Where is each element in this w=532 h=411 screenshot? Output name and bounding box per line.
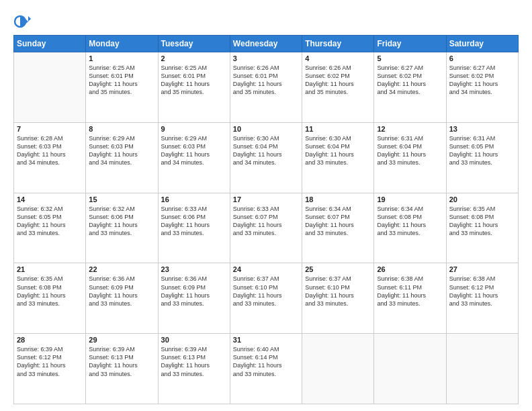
cell-info: Sunrise: 6:38 AM Sunset: 6:12 PM Dayligh… (449, 275, 515, 308)
calendar-cell: 9Sunrise: 6:29 AM Sunset: 6:03 PM Daylig… (158, 122, 230, 193)
calendar-cell: 29Sunrise: 6:39 AM Sunset: 6:13 PM Dayli… (86, 334, 158, 404)
cell-info: Sunrise: 6:39 AM Sunset: 6:13 PM Dayligh… (89, 345, 154, 378)
calendar-cell: 14Sunrise: 6:32 AM Sunset: 6:05 PM Dayli… (14, 193, 86, 263)
calendar-week-row: 21Sunrise: 6:35 AM Sunset: 6:08 PM Dayli… (14, 263, 519, 334)
cell-info: Sunrise: 6:33 AM Sunset: 6:06 PM Dayligh… (161, 205, 227, 238)
day-number: 5 (377, 54, 443, 62)
cell-info: Sunrise: 6:26 AM Sunset: 6:01 PM Dayligh… (233, 64, 299, 97)
calendar-table: SundayMondayTuesdayWednesdayThursdayFrid… (13, 35, 519, 404)
calendar-cell: 27Sunrise: 6:38 AM Sunset: 6:12 PM Dayli… (446, 263, 518, 334)
day-number: 29 (89, 336, 154, 344)
cell-info: Sunrise: 6:35 AM Sunset: 6:08 PM Dayligh… (17, 275, 83, 308)
day-number: 1 (89, 54, 154, 62)
calendar-cell: 7Sunrise: 6:28 AM Sunset: 6:03 PM Daylig… (14, 122, 86, 193)
calendar-cell: 31Sunrise: 6:40 AM Sunset: 6:14 PM Dayli… (230, 334, 302, 404)
day-number: 10 (233, 125, 299, 133)
calendar-cell (446, 334, 518, 404)
calendar-cell: 17Sunrise: 6:33 AM Sunset: 6:07 PM Dayli… (230, 193, 302, 263)
calendar-cell: 26Sunrise: 6:38 AM Sunset: 6:11 PM Dayli… (374, 263, 446, 334)
day-number: 15 (89, 195, 154, 203)
day-number: 25 (305, 265, 371, 273)
calendar-cell: 21Sunrise: 6:35 AM Sunset: 6:08 PM Dayli… (14, 263, 86, 334)
day-number: 21 (17, 265, 83, 273)
calendar-day-header: Tuesday (158, 36, 230, 52)
cell-info: Sunrise: 6:34 AM Sunset: 6:07 PM Dayligh… (305, 205, 371, 238)
day-number: 8 (89, 125, 154, 133)
cell-info: Sunrise: 6:29 AM Sunset: 6:03 PM Dayligh… (161, 134, 227, 167)
cell-info: Sunrise: 6:25 AM Sunset: 6:01 PM Dayligh… (161, 64, 227, 97)
cell-info: Sunrise: 6:30 AM Sunset: 6:04 PM Dayligh… (233, 134, 299, 167)
calendar-cell: 13Sunrise: 6:31 AM Sunset: 6:05 PM Dayli… (446, 122, 518, 193)
day-number: 7 (17, 125, 83, 133)
day-number: 4 (305, 54, 371, 62)
calendar-cell: 30Sunrise: 6:39 AM Sunset: 6:13 PM Dayli… (158, 334, 230, 404)
calendar-cell: 5Sunrise: 6:27 AM Sunset: 6:02 PM Daylig… (374, 52, 446, 123)
day-number: 2 (161, 54, 227, 62)
calendar-cell: 11Sunrise: 6:30 AM Sunset: 6:04 PM Dayli… (302, 122, 374, 193)
calendar-cell: 10Sunrise: 6:30 AM Sunset: 6:04 PM Dayli… (230, 122, 302, 193)
day-number: 13 (449, 125, 515, 133)
calendar-day-header: Friday (374, 36, 446, 52)
calendar-week-row: 14Sunrise: 6:32 AM Sunset: 6:05 PM Dayli… (14, 193, 519, 263)
logo-icon (13, 12, 32, 31)
calendar-cell: 6Sunrise: 6:27 AM Sunset: 6:02 PM Daylig… (446, 52, 518, 123)
cell-info: Sunrise: 6:31 AM Sunset: 6:04 PM Dayligh… (377, 134, 443, 167)
cell-info: Sunrise: 6:25 AM Sunset: 6:01 PM Dayligh… (89, 64, 154, 97)
cell-info: Sunrise: 6:33 AM Sunset: 6:07 PM Dayligh… (233, 205, 299, 238)
day-number: 22 (89, 265, 154, 273)
cell-info: Sunrise: 6:32 AM Sunset: 6:05 PM Dayligh… (17, 205, 83, 238)
cell-info: Sunrise: 6:40 AM Sunset: 6:14 PM Dayligh… (233, 345, 299, 378)
calendar-cell: 8Sunrise: 6:29 AM Sunset: 6:03 PM Daylig… (86, 122, 158, 193)
calendar-week-row: 7Sunrise: 6:28 AM Sunset: 6:03 PM Daylig… (14, 122, 519, 193)
cell-info: Sunrise: 6:31 AM Sunset: 6:05 PM Dayligh… (449, 134, 515, 167)
day-number: 3 (233, 54, 299, 62)
calendar-cell: 24Sunrise: 6:37 AM Sunset: 6:10 PM Dayli… (230, 263, 302, 334)
calendar-cell: 15Sunrise: 6:32 AM Sunset: 6:06 PM Dayli… (86, 193, 158, 263)
day-number: 12 (377, 125, 443, 133)
cell-info: Sunrise: 6:37 AM Sunset: 6:10 PM Dayligh… (305, 275, 371, 308)
calendar-cell: 2Sunrise: 6:25 AM Sunset: 6:01 PM Daylig… (158, 52, 230, 123)
calendar-day-header: Saturday (446, 36, 518, 52)
day-number: 9 (161, 125, 227, 133)
calendar-cell: 4Sunrise: 6:26 AM Sunset: 6:02 PM Daylig… (302, 52, 374, 123)
cell-info: Sunrise: 6:39 AM Sunset: 6:13 PM Dayligh… (161, 345, 227, 378)
cell-info: Sunrise: 6:29 AM Sunset: 6:03 PM Dayligh… (89, 134, 154, 167)
day-number: 16 (161, 195, 227, 203)
calendar-day-header: Thursday (302, 36, 374, 52)
cell-info: Sunrise: 6:30 AM Sunset: 6:04 PM Dayligh… (305, 134, 371, 167)
day-number: 20 (449, 195, 515, 203)
day-number: 18 (305, 195, 371, 203)
cell-info: Sunrise: 6:34 AM Sunset: 6:08 PM Dayligh… (377, 205, 443, 238)
calendar-week-row: 28Sunrise: 6:39 AM Sunset: 6:12 PM Dayli… (14, 334, 519, 404)
cell-info: Sunrise: 6:27 AM Sunset: 6:02 PM Dayligh… (377, 64, 443, 97)
cell-info: Sunrise: 6:32 AM Sunset: 6:06 PM Dayligh… (89, 205, 154, 238)
calendar-cell: 3Sunrise: 6:26 AM Sunset: 6:01 PM Daylig… (230, 52, 302, 123)
cell-info: Sunrise: 6:26 AM Sunset: 6:02 PM Dayligh… (305, 64, 371, 97)
calendar-cell: 20Sunrise: 6:35 AM Sunset: 6:08 PM Dayli… (446, 193, 518, 263)
day-number: 23 (161, 265, 227, 273)
day-number: 26 (377, 265, 443, 273)
calendar-day-header: Sunday (14, 36, 86, 52)
cell-info: Sunrise: 6:27 AM Sunset: 6:02 PM Dayligh… (449, 64, 515, 97)
calendar-cell: 23Sunrise: 6:36 AM Sunset: 6:09 PM Dayli… (158, 263, 230, 334)
page: SundayMondayTuesdayWednesdayThursdayFrid… (0, 0, 532, 411)
day-number: 30 (161, 336, 227, 344)
cell-info: Sunrise: 6:28 AM Sunset: 6:03 PM Dayligh… (17, 134, 83, 167)
cell-info: Sunrise: 6:36 AM Sunset: 6:09 PM Dayligh… (161, 275, 227, 308)
logo (13, 12, 35, 31)
calendar-cell (302, 334, 374, 404)
calendar-day-header: Monday (86, 36, 158, 52)
day-number: 14 (17, 195, 83, 203)
header (13, 12, 519, 31)
calendar-cell: 18Sunrise: 6:34 AM Sunset: 6:07 PM Dayli… (302, 193, 374, 263)
calendar-header-row: SundayMondayTuesdayWednesdayThursdayFrid… (14, 36, 519, 52)
day-number: 31 (233, 336, 299, 344)
calendar-cell: 25Sunrise: 6:37 AM Sunset: 6:10 PM Dayli… (302, 263, 374, 334)
calendar-cell: 22Sunrise: 6:36 AM Sunset: 6:09 PM Dayli… (86, 263, 158, 334)
cell-info: Sunrise: 6:35 AM Sunset: 6:08 PM Dayligh… (449, 205, 515, 238)
day-number: 19 (377, 195, 443, 203)
cell-info: Sunrise: 6:38 AM Sunset: 6:11 PM Dayligh… (377, 275, 443, 308)
day-number: 17 (233, 195, 299, 203)
calendar-cell (14, 52, 86, 123)
calendar-cell: 1Sunrise: 6:25 AM Sunset: 6:01 PM Daylig… (86, 52, 158, 123)
